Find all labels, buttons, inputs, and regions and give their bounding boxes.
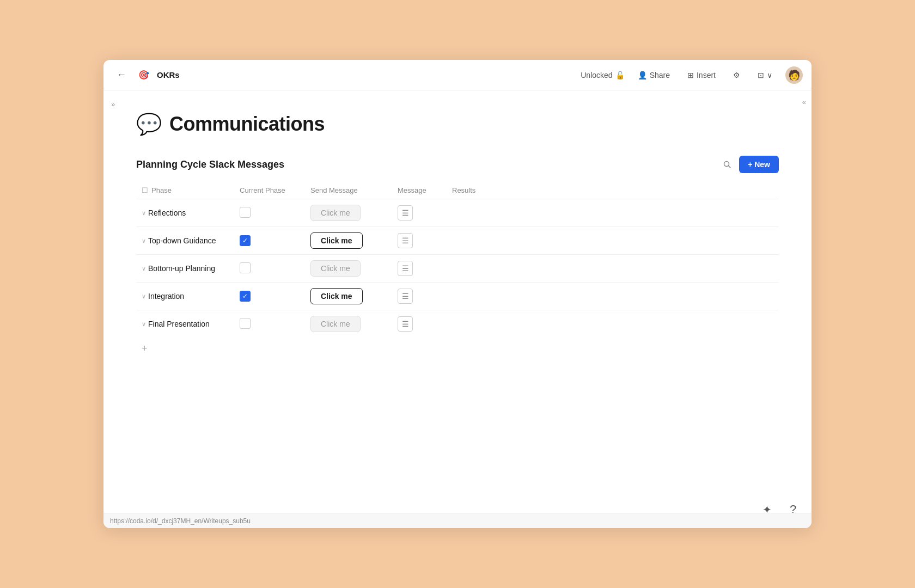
add-icon: + [142, 343, 148, 354]
message-cell-0: ☰ [392, 199, 447, 227]
phase-label-3: Integration [148, 292, 184, 301]
header-right: Unlocked 🔓 👤 Share ⊞ Insert ⚙ ⊡ ∨ 🧑 [581, 66, 803, 84]
send-cell-0: Click me [305, 199, 392, 227]
header: ← 🎯 OKRs Unlocked 🔓 👤 Share ⊞ Insert ⚙ [103, 60, 812, 90]
results-cell-3 [447, 283, 779, 310]
data-table: ☐ Phase Current Phase Send Message Messa… [136, 182, 779, 338]
click-me-button-4[interactable]: Click me [310, 316, 361, 332]
send-cell-1: Click me [305, 227, 392, 255]
page-header: 💬 Communications [136, 112, 779, 136]
table-row: ∨ Integration Click me☰ [136, 283, 779, 310]
table-row: ∨ Top-down Guidance Click me☰ [136, 227, 779, 255]
current-phase-cell-0 [234, 199, 305, 227]
phase-chevron-3[interactable]: ∨ [142, 293, 146, 300]
phase-label-2: Bottom-up Planning [148, 264, 215, 273]
table-row: ∨ Final Presentation Click me☰ [136, 310, 779, 338]
click-me-button-1[interactable]: Click me [310, 232, 363, 249]
settings-button[interactable]: ⚙ [729, 69, 745, 82]
share-label: Share [650, 71, 670, 79]
current-phase-cell-4 [234, 310, 305, 338]
message-icon-1[interactable]: ☰ [398, 233, 413, 248]
send-cell-3: Click me [305, 283, 392, 310]
current-phase-checkbox-1[interactable] [240, 235, 251, 246]
current-phase-cell-1 [234, 227, 305, 255]
message-cell-2: ☰ [392, 255, 447, 283]
lock-icon: 🔓 [615, 71, 625, 79]
current-phase-checkbox-4[interactable] [240, 318, 251, 329]
table-section: Planning Cycle Slack Messages + New [136, 156, 779, 358]
results-cell-1 [447, 227, 779, 255]
col-header-current-phase: Current Phase [234, 182, 305, 199]
unlocked-badge[interactable]: Unlocked 🔓 [581, 71, 624, 79]
phase-cell-2: ∨ Bottom-up Planning [136, 255, 234, 283]
phase-cell-1: ∨ Top-down Guidance [136, 227, 234, 255]
insert-button[interactable]: ⊞ Insert [683, 69, 720, 82]
phase-chevron-0[interactable]: ∨ [142, 210, 146, 217]
table-header-row: Planning Cycle Slack Messages + New [136, 156, 779, 173]
table-body: ∨ Reflections Click me☰ ∨ Top-down Guida… [136, 199, 779, 338]
avatar[interactable]: 🧑 [785, 66, 803, 84]
send-cell-2: Click me [305, 255, 392, 283]
message-icon-0[interactable]: ☰ [398, 205, 413, 220]
new-button[interactable]: + New [739, 156, 779, 173]
col-header-send-message: Send Message [305, 182, 392, 199]
phase-label-4: Final Presentation [148, 320, 210, 328]
col-header-message: Message [392, 182, 447, 199]
current-phase-cell-2 [234, 255, 305, 283]
click-me-button-3[interactable]: Click me [310, 288, 363, 304]
phase-cell-0: ∨ Reflections [136, 199, 234, 227]
expand-button[interactable]: ⊡ ∨ [753, 69, 777, 82]
phase-cell-4: ∨ Final Presentation [136, 310, 234, 338]
doc-icon: 🎯 [136, 68, 151, 83]
message-cell-4: ☰ [392, 310, 447, 338]
phase-cell-3: ∨ Integration [136, 283, 234, 310]
click-me-button-2[interactable]: Click me [310, 260, 361, 277]
page-title: Communications [169, 113, 325, 136]
chevron-down-icon: ∨ [767, 71, 772, 79]
message-icon-3[interactable]: ☰ [398, 289, 413, 304]
svg-line-1 [729, 166, 731, 168]
doc-title: OKRs [157, 70, 180, 79]
current-phase-cell-3 [234, 283, 305, 310]
table-actions: + New [719, 156, 779, 173]
results-cell-0 [447, 199, 779, 227]
insert-icon: ⊞ [687, 71, 694, 79]
phase-chevron-2[interactable]: ∨ [142, 265, 146, 272]
back-button[interactable]: ← [112, 67, 131, 83]
results-cell-2 [447, 255, 779, 283]
phase-label-0: Reflections [148, 209, 186, 217]
unlocked-label: Unlocked [581, 71, 612, 79]
header-left: ← 🎯 OKRs [112, 67, 581, 83]
results-cell-4 [447, 310, 779, 338]
message-cell-3: ☰ [392, 283, 447, 310]
search-icon [723, 160, 731, 169]
main-content: 💬 Communications Planning Cycle Slack Me… [103, 90, 812, 528]
phase-chevron-1[interactable]: ∨ [142, 237, 146, 244]
add-row-button[interactable]: + [136, 340, 153, 358]
table-section-title: Planning Cycle Slack Messages [136, 159, 284, 170]
table-row: ∨ Reflections Click me☰ [136, 199, 779, 227]
settings-icon: ⚙ [733, 71, 740, 79]
app-window: ← 🎯 OKRs Unlocked 🔓 👤 Share ⊞ Insert ⚙ [103, 60, 812, 528]
status-url: https://coda.io/d/_dxcj37MH_en/Writeups_… [110, 517, 251, 525]
search-button[interactable] [719, 157, 735, 172]
current-phase-checkbox-2[interactable] [240, 262, 251, 273]
col-header-results: Results [447, 182, 779, 199]
phase-chevron-4[interactable]: ∨ [142, 321, 146, 328]
table-header: ☐ Phase Current Phase Send Message Messa… [136, 182, 779, 199]
message-icon-4[interactable]: ☰ [398, 316, 413, 332]
status-bar: https://coda.io/d/_dxcj37MH_en/Writeups_… [103, 513, 812, 528]
current-phase-checkbox-3[interactable] [240, 291, 251, 302]
click-me-button-0[interactable]: Click me [310, 205, 361, 221]
col-header-phase: ☐ Phase [136, 182, 234, 199]
page-emoji: 💬 [136, 112, 162, 136]
current-phase-checkbox-0[interactable] [240, 207, 251, 218]
expand-icon: ⊡ [758, 71, 764, 79]
share-icon: 👤 [638, 71, 647, 79]
send-cell-4: Click me [305, 310, 392, 338]
phase-label-1: Top-down Guidance [148, 236, 216, 245]
phase-checkbox-header: ☐ [142, 186, 148, 194]
message-icon-2[interactable]: ☰ [398, 261, 413, 276]
share-button[interactable]: 👤 Share [633, 69, 674, 82]
message-cell-1: ☰ [392, 227, 447, 255]
